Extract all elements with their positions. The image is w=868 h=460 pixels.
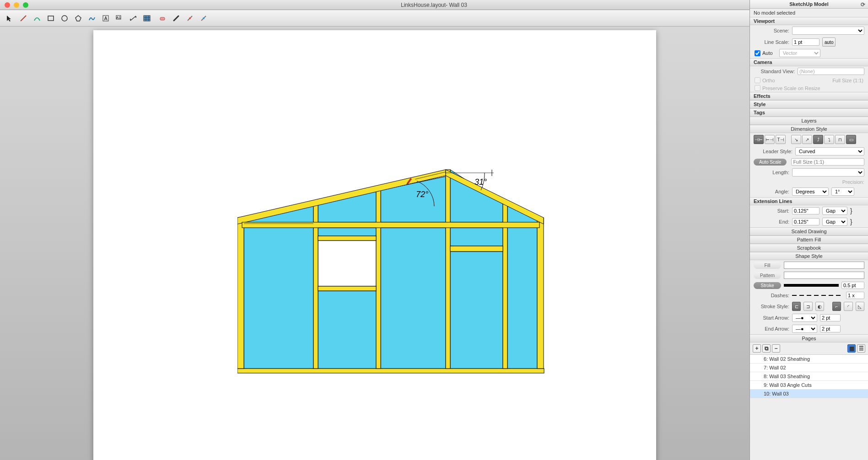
angle-label: Angle: — [754, 189, 789, 194]
text-tool-icon[interactable]: A — [100, 12, 112, 24]
dashes-scale-input[interactable] — [846, 292, 864, 299]
ext-end-gap-select[interactable]: Gap — [822, 218, 847, 226]
select-tool-icon[interactable] — [4, 12, 16, 24]
viewport-section: Viewport — [750, 17, 868, 25]
dim-arrow-3-icon[interactable]: ⤴ — [813, 135, 823, 144]
close-window-icon[interactable] — [5, 2, 10, 8]
tags-section[interactable]: Tags — [750, 108, 868, 117]
style-tool-icon[interactable] — [170, 12, 182, 24]
freehand-tool-icon[interactable] — [86, 12, 98, 24]
stroke-width-input[interactable] — [841, 282, 864, 289]
polygon-tool-icon[interactable] — [72, 12, 84, 24]
circle-tool-icon[interactable] — [59, 12, 70, 24]
fill-swatch[interactable] — [784, 262, 864, 269]
dashes-preview[interactable] — [792, 295, 843, 296]
effects-section[interactable]: Effects — [750, 92, 868, 100]
auto-scale-button[interactable]: Auto Scale — [754, 159, 787, 166]
pattern-fill-section[interactable]: Pattern Fill — [750, 235, 868, 244]
ext-start-gap-select[interactable]: Gap — [822, 207, 847, 215]
add-page-button[interactable]: + — [753, 344, 761, 353]
join-2-icon[interactable]: ◜ — [844, 302, 852, 311]
svg-rect-37 — [313, 204, 318, 369]
full-size-input[interactable] — [791, 158, 864, 166]
ext-end-input[interactable] — [792, 218, 819, 225]
pages-section: Pages — [750, 334, 868, 342]
dimension-tool-icon[interactable] — [127, 12, 139, 24]
reload-icon[interactable]: ⟳ — [861, 1, 865, 8]
angle-precision-select[interactable]: 1° — [831, 187, 854, 196]
rectangle-tool-icon[interactable] — [45, 12, 57, 24]
page-item[interactable]: 10: Wall 03 — [750, 390, 868, 398]
arc-tool-icon[interactable] — [31, 12, 43, 24]
dim-arrow-1-icon[interactable]: ↘ — [791, 135, 801, 144]
svg-marker-26 — [318, 291, 376, 369]
dimension-style-section: Dimension Style — [750, 125, 868, 133]
page-item[interactable]: 6: Wall 02 Sheathing — [750, 355, 868, 364]
dim-arrow-6-icon[interactable]: ▭ — [846, 135, 856, 144]
svg-rect-35 — [237, 218, 244, 369]
start-arrow-select[interactable]: —● — [792, 314, 817, 322]
end-arrow-size[interactable] — [820, 325, 841, 332]
length-select[interactable] — [792, 168, 864, 177]
leader-style-select[interactable]: Curved — [795, 147, 864, 155]
table-tool-icon[interactable] — [141, 12, 153, 24]
scaled-drawing-section[interactable]: Scaled Drawing — [750, 227, 868, 235]
duplicate-page-button[interactable]: ⧉ — [762, 344, 771, 353]
join-1-icon[interactable]: ⌐ — [832, 302, 841, 311]
layers-section[interactable]: Layers — [750, 117, 868, 125]
scene-select[interactable] — [792, 27, 864, 35]
cap-3-icon[interactable]: ◐ — [815, 302, 824, 311]
svg-rect-40 — [503, 204, 507, 369]
preserve-scale-checkbox — [755, 85, 760, 91]
line-tool-icon[interactable] — [17, 12, 29, 24]
auto-scale-btn[interactable]: auto — [822, 37, 836, 47]
dim-align-3-icon[interactable]: T⊣ — [776, 135, 786, 144]
pattern-swatch[interactable] — [784, 272, 864, 279]
dim-arrow-5-icon[interactable]: ⊓ — [835, 135, 845, 144]
start-arrow-size[interactable] — [820, 314, 841, 321]
ext-start-input[interactable] — [792, 207, 819, 214]
page-item[interactable]: 9: Wall 03 Angle Cuts — [750, 381, 868, 390]
label-tool-icon[interactable]: A1 — [113, 12, 125, 24]
auto-render-checkbox[interactable] — [755, 50, 760, 56]
svg-rect-7 — [144, 16, 150, 21]
layout-page: 72° 31° — [93, 30, 656, 460]
end-arrow-select[interactable]: —● — [792, 325, 817, 333]
pattern-button[interactable]: Pattern — [754, 272, 781, 279]
svg-rect-39 — [446, 170, 450, 369]
maximize-window-icon[interactable] — [23, 2, 28, 8]
dimension-align-row: ⊣⊢ ⊢⊣ T⊣ ↘ ↗ ⤴ ⤵ ⊓ ▭ — [750, 133, 868, 146]
page-item[interactable]: 8: Wall 03 Sheathing — [750, 372, 868, 381]
line-scale-input[interactable] — [792, 38, 819, 46]
svg-text:A: A — [104, 16, 108, 21]
minimize-window-icon[interactable] — [14, 2, 19, 8]
style-section[interactable]: Style — [750, 100, 868, 108]
scrapbook-section[interactable]: Scrapbook — [750, 244, 868, 252]
svg-rect-12 — [160, 17, 165, 20]
svg-marker-32 — [507, 206, 537, 369]
join-tool-icon[interactable] — [198, 12, 210, 24]
render-mode-select[interactable]: Vector — [779, 49, 820, 57]
canvas-workspace[interactable]: 72° 31° — [0, 27, 749, 460]
join-3-icon[interactable]: ◺ — [856, 302, 864, 311]
start-arrow-label: Start Arrow: — [754, 315, 789, 321]
dim-align-2-icon[interactable]: ⊢⊣ — [765, 135, 775, 144]
dim-arrow-2-icon[interactable]: ↗ — [802, 135, 812, 144]
svg-marker-31 — [450, 251, 503, 369]
standard-view-input[interactable] — [798, 68, 864, 75]
dashes-label: Dashes: — [754, 293, 789, 298]
page-item[interactable]: 7: Wall 02 — [750, 364, 868, 372]
dim-arrow-4-icon[interactable]: ⤵ — [824, 135, 834, 144]
dim-align-1-icon[interactable]: ⊣⊢ — [754, 135, 764, 144]
eraser-tool-icon[interactable] — [156, 12, 168, 24]
pages-list-view-icon[interactable]: ▦ — [847, 344, 856, 353]
split-tool-icon[interactable] — [184, 12, 196, 24]
fill-button[interactable]: Fill — [754, 262, 781, 269]
pages-grid-view-icon[interactable]: ☰ — [857, 344, 865, 353]
cap-1-icon[interactable]: ⊏ — [792, 302, 801, 311]
angle-unit-select[interactable]: Degrees — [792, 187, 829, 196]
wall-drawing: 72° 31° — [237, 144, 549, 378]
cap-2-icon[interactable]: ⊐ — [803, 302, 812, 311]
remove-page-button[interactable]: − — [772, 344, 780, 353]
stroke-button[interactable]: Stroke — [754, 282, 781, 289]
